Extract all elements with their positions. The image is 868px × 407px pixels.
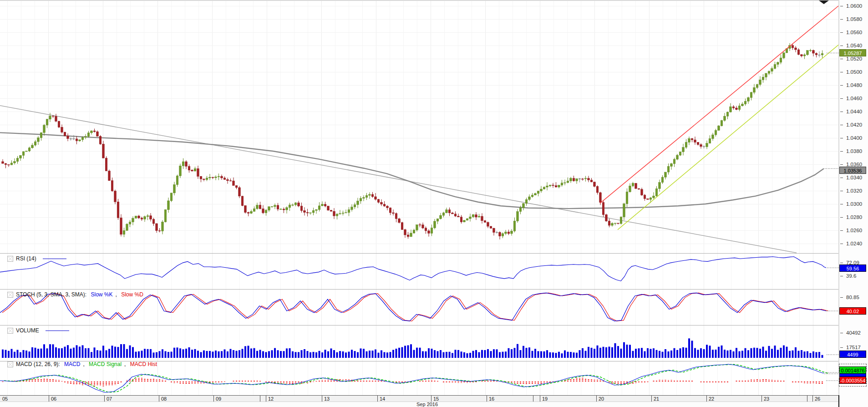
- macd-label-sep2: ,: [124, 361, 127, 367]
- time-axis-tick: [49, 396, 49, 402]
- axis-tick-mark: [840, 276, 843, 276]
- macd-hist-badge: -0.0003554: [839, 376, 866, 384]
- time-axis-day-label: 23: [764, 396, 769, 402]
- month-label: Sep 2016: [416, 402, 438, 407]
- time-axis-tick: [596, 396, 597, 402]
- time-axis-tick: [260, 396, 260, 402]
- axis-tick-mark: [840, 32, 843, 33]
- time-axis-day-label: 21: [654, 396, 659, 402]
- time-axis-tick: [807, 396, 807, 402]
- time-axis-tick: [540, 396, 540, 402]
- time-axis-day-label: 12: [268, 396, 274, 402]
- price-axis-label: 1.0440: [840, 108, 862, 115]
- macd-panel-title: MACD (12, 26, 9):: [16, 361, 61, 367]
- stoch-panel-header: STOCH (5, 3, SMA, 3, SMA): Slow %K, Slow…: [7, 291, 143, 298]
- price-axis-label: 1.0480: [840, 82, 862, 88]
- time-axis-tick: [651, 396, 652, 402]
- rsi-checkbox-icon[interactable]: [7, 256, 13, 262]
- axis-tick-mark: [840, 72, 843, 72]
- axis-tick-mark: [840, 217, 843, 218]
- volume-legend-line: [46, 331, 69, 331]
- macd-hist-legend: MACD Hist: [130, 361, 157, 367]
- stoch-value-badge: 40.02: [839, 307, 866, 315]
- price-axis-label: 1.0320: [840, 188, 862, 194]
- time-axis-day-label: 13: [324, 396, 330, 402]
- axis-tick-mark: [840, 125, 843, 125]
- price-axis-label: 1.0240: [840, 240, 862, 247]
- macd-checkbox-icon[interactable]: [7, 361, 13, 367]
- time-axis-tick: [159, 396, 159, 402]
- time-axis-day-label: 09: [216, 396, 221, 402]
- time-axis-tick: [322, 396, 322, 402]
- time-axis-tick: [431, 396, 431, 402]
- axis-tick-mark: [840, 263, 843, 263]
- axis-tick-mark: [840, 46, 843, 46]
- stoch-checkbox-icon[interactable]: [7, 292, 13, 298]
- chart-canvas[interactable]: [0, 0, 868, 407]
- moving-average-badge: 1.03536: [839, 167, 866, 174]
- macd-signal-legend: MACD Signal: [89, 361, 122, 367]
- time-axis-day-label: 05: [2, 396, 8, 402]
- volume-checkbox-icon[interactable]: [7, 328, 13, 334]
- last-price-badge: 1.05287: [839, 49, 866, 56]
- price-axis-label: 1.0460: [840, 95, 862, 102]
- price-axis-label: 1.0560: [840, 29, 862, 36]
- price-axis-label: 1.0600: [840, 3, 862, 9]
- time-axis-tick: [104, 396, 105, 402]
- volume-panel-title: VOLUME: [16, 327, 39, 334]
- axis-tick-mark: [840, 6, 843, 6]
- time-axis-day-label: 22: [709, 396, 714, 402]
- time-axis-day-label: 15: [433, 396, 439, 402]
- price-axis-label: 1.0400: [840, 135, 862, 141]
- time-axis-tick: [812, 396, 813, 402]
- axis-tick-mark: [840, 151, 843, 152]
- axis-tick-mark: [840, 19, 843, 20]
- latest-bar-marker-icon: [819, 0, 829, 4]
- axis-end-marker: [838, 395, 839, 407]
- axis-tick-mark: [840, 230, 843, 231]
- price-axis-label: 1.0420: [840, 122, 862, 128]
- price-axis-label: 1.0340: [840, 174, 862, 181]
- time-axis-day-label: 20: [599, 396, 604, 402]
- macd-panel-header: MACD (12, 26, 9): MACD, MACD Signal, MAC…: [7, 361, 157, 367]
- stoch-panel-title: STOCH (5, 3, SMA, 3, SMA):: [16, 291, 88, 298]
- volume-panel-header: VOLUME: [7, 327, 69, 334]
- time-axis-tick: [213, 396, 214, 402]
- time-axis-day-label: 14: [380, 396, 385, 402]
- rsi-legend-line: [43, 259, 66, 259]
- axis-tick-mark: [840, 138, 843, 138]
- price-axis-label: 1.0580: [840, 16, 862, 22]
- axis-tick-mark: [840, 112, 843, 112]
- time-axis-tick: [706, 396, 707, 402]
- rsi-value-badge: 59.56: [839, 265, 866, 272]
- macd-label-sep1: ,: [83, 361, 86, 367]
- time-axis-day-label: 26: [815, 396, 820, 402]
- axis-tick-mark: [840, 164, 843, 165]
- time-axis-day-label: 08: [161, 396, 167, 402]
- stoch-k-legend: Slow %K: [91, 291, 112, 298]
- price-axis-label: 1.0540: [840, 42, 862, 49]
- axis-tick-mark: [840, 347, 843, 348]
- stoch-axis-label: 80.85: [840, 294, 859, 300]
- macd-signal-badge: 0.0014876: [839, 366, 866, 374]
- price-axis[interactable]: 1.06001.05801.05601.05401.05201.05001.04…: [839, 0, 868, 407]
- axis-tick-mark: [840, 333, 843, 333]
- price-axis-label: 1.0280: [840, 214, 862, 220]
- axis-tick-mark: [840, 191, 843, 191]
- time-axis-tick: [266, 396, 266, 402]
- time-axis-day-label: 19: [542, 396, 548, 402]
- axis-tick-mark: [840, 178, 843, 178]
- axis-tick-mark: [840, 297, 843, 298]
- price-axis-label: 1.0260: [840, 227, 862, 234]
- price-axis-label: 1.0300: [840, 201, 862, 207]
- time-axis[interactable]: 05060708091213141516192021222326: [0, 395, 839, 402]
- axis-tick-mark: [840, 204, 843, 204]
- time-axis-day-label: 07: [107, 396, 112, 402]
- time-axis-tick: [533, 396, 533, 402]
- rsi-panel-header: RSI (14): [7, 255, 66, 262]
- time-axis-tick: [377, 396, 378, 402]
- rsi-axis-label: 39.6: [840, 273, 856, 279]
- stoch-label-sep: ,: [116, 291, 119, 298]
- volume-value-badge: 4499: [839, 351, 866, 358]
- macd-line-legend: MACD: [64, 361, 80, 367]
